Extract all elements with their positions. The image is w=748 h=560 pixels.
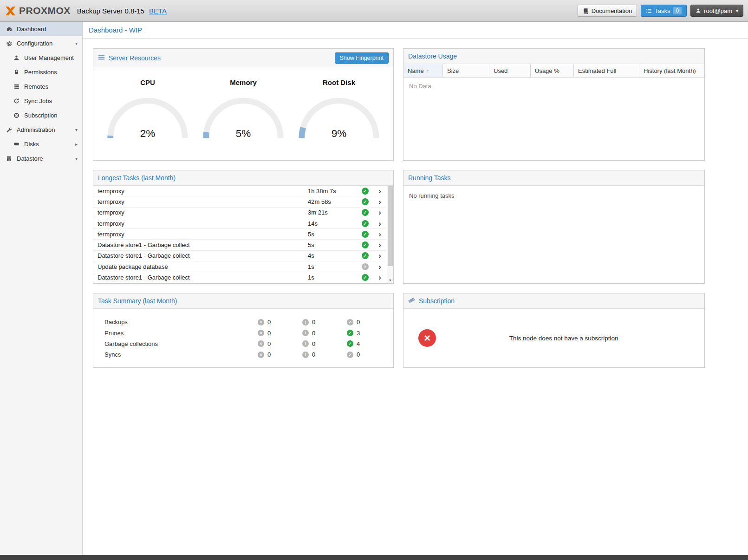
task-list-icon [646, 8, 652, 14]
task-row[interactable]: termproxy 42m 58s ✓ › [93, 196, 387, 207]
ok-icon: ✓ [347, 319, 353, 326]
task-name: Datastore store1 - Garbage collect [93, 274, 308, 281]
warning-icon: ! [302, 330, 309, 336]
summary-row-garbage-collections: Garbage collections × 0 ! 0 ✓ [104, 339, 393, 349]
datastore-table-header: Name ↑ Size Used Usage % [403, 64, 704, 78]
column-header-usage-percent[interactable]: Usage % [531, 64, 574, 78]
show-fingerprint-button[interactable]: Show Fingerprint [335, 52, 389, 64]
task-row[interactable]: termproxy 14s ✓ › [93, 218, 387, 229]
column-header-name[interactable]: Name ↑ [403, 64, 443, 78]
task-row[interactable]: Datastore store1 - Garbage collect 1s ✓ … [93, 272, 387, 283]
tasks-button[interactable]: Tasks 0 [641, 5, 687, 17]
sidebar-item-administration[interactable]: Administration ▾ [0, 123, 82, 137]
user-label: root@pam [704, 7, 732, 14]
chevron-right-icon[interactable]: › [373, 241, 387, 249]
sidebar-item-label: Administration [17, 126, 55, 133]
task-duration: 42m 58s [308, 198, 357, 205]
scrollbar-thumb[interactable] [388, 186, 393, 266]
cpu-gauge-chart: 2% [104, 93, 191, 141]
chevron-right-icon[interactable]: › [373, 273, 387, 281]
error-icon: × [258, 352, 264, 358]
sidebar-item-label: Remotes [24, 83, 48, 90]
sidebar-item-dashboard[interactable]: Dashboard [0, 22, 82, 36]
page-title: Dashboard - WIP [89, 26, 142, 34]
scrollbar[interactable]: ▼ [387, 186, 393, 283]
ok-count: ✓ 0 [347, 319, 391, 326]
status-ok-icon: ✓ [362, 241, 369, 248]
sidebar-item-configuration[interactable]: Configuration ▾ [0, 36, 82, 51]
ok-count: ✓ 3 [347, 330, 391, 337]
status-ok-icon: ✓ [362, 198, 369, 205]
chevron-down-icon: ▾ [75, 41, 78, 46]
column-header-size[interactable]: Size [443, 64, 489, 78]
running-tasks-panel: Running Tasks No running tasks [403, 170, 705, 284]
memory-gauge-label: Memory [197, 78, 289, 86]
error-count: × 0 [258, 351, 302, 358]
page-titlebar: Dashboard - WIP [83, 22, 748, 39]
chevron-right-icon[interactable]: › [373, 187, 387, 195]
error-count: × 0 [258, 319, 302, 326]
status-ok-icon: ✓ [362, 252, 369, 259]
summary-label: Backups [104, 319, 258, 326]
building-icon [6, 156, 13, 162]
chevron-right-icon: ▸ [75, 142, 78, 147]
book-icon [583, 8, 589, 14]
warning-icon: ! [302, 319, 309, 326]
task-name: Update package database [93, 263, 308, 270]
subscription-title: Subscription [419, 297, 455, 305]
subscription-body: × This node does not have a subscription… [403, 309, 704, 367]
chevron-right-icon[interactable]: › [373, 252, 387, 260]
sidebar-item-label: Datastore [17, 155, 43, 162]
column-header-used[interactable]: Used [489, 64, 531, 78]
user-menu-button[interactable]: root@pam ▾ [690, 5, 743, 17]
task-name: termproxy [93, 231, 308, 238]
task-row[interactable]: termproxy 3m 21s ✓ › [93, 208, 387, 218]
summary-row-prunes: Prunes × 0 ! 0 ✓ 3 [104, 327, 393, 338]
error-icon: × [258, 340, 264, 347]
task-row[interactable]: termproxy 1h 38m 7s ✓ › [93, 186, 387, 196]
main-area: Dashboard - WIP Server Resources [83, 22, 748, 555]
sidebar-item-permissions[interactable]: Permissions [0, 65, 82, 79]
warning-count: ! 0 [302, 319, 347, 326]
bottom-strip [0, 555, 748, 560]
error-icon: × [258, 330, 264, 336]
task-duration: 5s [308, 231, 357, 238]
chevron-right-icon[interactable]: › [373, 230, 387, 238]
task-row[interactable]: Datastore store1 - Garbage collect 4s ✓ … [93, 251, 387, 261]
ticket-icon [408, 297, 415, 305]
ok-count: ✓ 4 [347, 340, 391, 347]
error-icon: × [258, 319, 264, 326]
chevron-right-icon[interactable]: › [373, 220, 387, 228]
scroll-down-button[interactable]: ▼ [387, 277, 393, 283]
task-row[interactable]: termproxy 5s ✓ › [93, 229, 387, 240]
subscription-header: Subscription [403, 293, 704, 309]
sidebar-item-remotes[interactable]: Remotes [0, 79, 82, 94]
warning-count: ! 0 [302, 340, 347, 347]
sidebar-item-datastore[interactable]: Datastore ▾ [0, 151, 82, 166]
task-row[interactable]: Update package database 1s ? › [93, 261, 387, 272]
chevron-down-icon: ▾ [736, 8, 738, 13]
status-unknown-icon: ? [362, 263, 369, 270]
brand: PROXMOX [5, 5, 71, 17]
column-header-estimated-full[interactable]: Estimated Full [574, 64, 639, 78]
chevron-right-icon[interactable]: › [373, 198, 387, 206]
sidebar-item-user-management[interactable]: User Management [0, 51, 82, 65]
task-row[interactable]: Datastore store1 - Garbage collect 5s ✓ … [93, 240, 387, 250]
sidebar-item-disks[interactable]: Disks ▸ [0, 137, 82, 151]
sidebar-item-sync-jobs[interactable]: Sync Jobs [0, 94, 82, 108]
tasks-label: Tasks [655, 7, 670, 14]
documentation-button[interactable]: Documentation [578, 5, 637, 17]
summary-row-backups: Backups × 0 ! 0 ✓ 0 [104, 317, 393, 327]
scroll-down-icon: ▼ [389, 279, 392, 282]
cpu-gauge-value: 2% [140, 128, 156, 139]
chevron-right-icon[interactable]: › [373, 208, 387, 216]
column-label: Name [408, 67, 424, 74]
chevron-right-icon[interactable]: › [373, 263, 387, 271]
datastore-usage-header: Datastore Usage [403, 49, 704, 64]
column-header-history[interactable]: History (last Month) [639, 64, 704, 78]
cpu-gauge-label: CPU [102, 78, 194, 86]
task-duration: 4s [308, 252, 357, 259]
beta-link[interactable]: BETA [149, 7, 167, 15]
chevron-down-icon: ▾ [75, 156, 78, 161]
sidebar-item-subscription[interactable]: Subscription [0, 108, 82, 123]
